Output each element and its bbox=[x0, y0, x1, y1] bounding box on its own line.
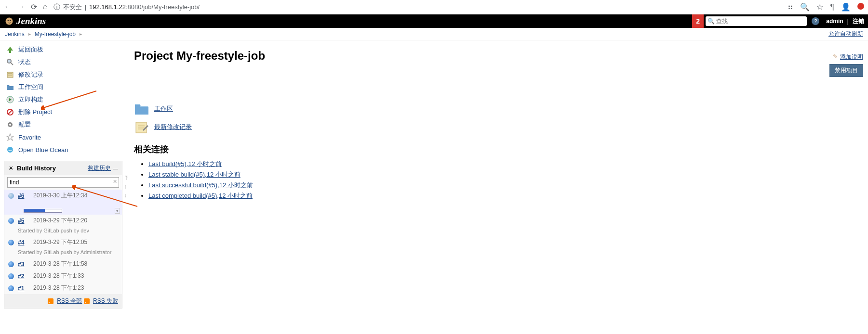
site-info-icon[interactable]: ⓘ bbox=[53, 3, 60, 12]
auto-refresh-link[interactable]: 允许自动刷新 bbox=[828, 30, 863, 37]
svg-point-1 bbox=[8, 20, 9, 21]
build-cause: Started by GitLab push by Administrator bbox=[4, 248, 122, 258]
breadcrumb-root[interactable]: Jenkins bbox=[5, 31, 25, 38]
build-progress-bar[interactable] bbox=[24, 209, 62, 213]
sidebar-item-favorite[interactable]: Favorite bbox=[4, 131, 125, 143]
permalink-last-stable[interactable]: Last stable build(#5),12 小时之前 bbox=[148, 171, 240, 178]
search-icon: 🔍 bbox=[708, 18, 715, 25]
pilcrow-icon[interactable]: ¶ bbox=[830, 3, 834, 12]
sidebar-item-build-now[interactable]: 立即构建 bbox=[4, 93, 125, 106]
sidebar: 返回面板 状态 修改记录 工作空间 立即构建 删除 Project 配置 Fa bbox=[0, 40, 125, 308]
star-icon[interactable]: ☆ bbox=[816, 2, 823, 12]
notification-badge[interactable]: 2 bbox=[692, 14, 704, 28]
workspace-link[interactable]: 工作区 bbox=[154, 104, 173, 113]
permalinks-list: Last build(#5),12 小时之前 Last stable build… bbox=[148, 159, 863, 201]
breadcrumb-job[interactable]: My-freestyle-job bbox=[35, 31, 76, 38]
changes-link[interactable]: 最新修改记录 bbox=[154, 123, 192, 131]
changes-link-row: 最新修改记录 bbox=[134, 119, 863, 135]
sidebar-item-back[interactable]: 返回面板 bbox=[4, 43, 125, 56]
clear-filter-icon[interactable]: ✕ bbox=[113, 179, 117, 185]
build-status-orb-success-icon bbox=[8, 273, 14, 279]
build-number-link[interactable]: #1 bbox=[18, 285, 29, 292]
build-date: 2019-3-28 下午1:33 bbox=[33, 272, 84, 280]
go-down-icon[interactable]: ↓ bbox=[124, 192, 129, 199]
jenkins-logo[interactable]: Jenkins bbox=[5, 16, 46, 26]
translate-icon[interactable]: ⠶ bbox=[788, 2, 793, 12]
svg-rect-16 bbox=[136, 122, 147, 133]
profile-icon[interactable]: 👤 bbox=[841, 2, 851, 12]
permalink-last-completed[interactable]: Last completed build(#5),12 小时之前 bbox=[148, 192, 253, 199]
jenkins-head-icon bbox=[5, 17, 13, 26]
svg-point-0 bbox=[6, 18, 13, 25]
search-input[interactable] bbox=[716, 18, 805, 25]
browser-reload-icon[interactable]: ⟳ bbox=[31, 2, 37, 12]
browser-back-icon[interactable]: ← bbox=[4, 2, 12, 12]
svg-line-10 bbox=[8, 110, 12, 114]
permalink-last-successful[interactable]: Last successful build(#5),12 小时之前 bbox=[148, 181, 253, 189]
rss-icon bbox=[48, 298, 53, 304]
build-row[interactable]: #5 2019-3-29 下午12:20 bbox=[4, 215, 122, 227]
build-row[interactable]: #6 2019-3-30 上午12:34 ▾ bbox=[4, 190, 122, 215]
build-history-widget: ☀ Build History 构建历史 — ✕ ⤒ ↑ ↓ #6 2019-3… bbox=[4, 161, 122, 308]
build-filter-input[interactable] bbox=[7, 177, 119, 188]
build-status-orb-success-icon bbox=[8, 285, 14, 291]
address-bar[interactable]: ⓘ 不安全 | 192.168.1.22:8080/job/My-freesty… bbox=[53, 3, 782, 12]
build-history-trend-link[interactable]: 构建历史 bbox=[88, 164, 111, 172]
build-date: 2019-3-30 上午12:34 bbox=[33, 192, 87, 200]
build-status-orb-success-icon bbox=[8, 218, 14, 224]
notepad-icon bbox=[6, 70, 14, 79]
browser-forward-icon[interactable]: → bbox=[17, 2, 25, 12]
go-top-icon[interactable]: ⤒ bbox=[124, 175, 129, 181]
workspace-link-row: 工作区 bbox=[134, 101, 863, 116]
permalinks-title: 相关连接 bbox=[134, 143, 863, 155]
build-status-orb-running-icon bbox=[8, 193, 14, 199]
build-history-footer: RSS 全部 RSS 失败 bbox=[4, 294, 122, 308]
magnifier-icon bbox=[6, 58, 14, 66]
build-filter: ✕ bbox=[7, 177, 119, 188]
build-date: 2019-3-29 下午12:05 bbox=[33, 238, 87, 246]
permalink-last-build[interactable]: Last build(#5),12 小时之前 bbox=[148, 160, 222, 167]
jenkins-header: Jenkins 2 🔍 ? admin | 注销 bbox=[0, 14, 868, 28]
collapse-icon[interactable]: — bbox=[113, 166, 118, 171]
chevron-right-icon: ▸ bbox=[80, 31, 82, 37]
browser-home-icon[interactable]: ⌂ bbox=[43, 2, 48, 12]
zoom-icon[interactable]: 🔍 bbox=[800, 2, 810, 12]
main-content: Project My-freestyle-job ✎ 添加说明 禁用项目 工作区… bbox=[125, 40, 868, 308]
build-number-link[interactable]: #3 bbox=[18, 261, 29, 268]
build-number-link[interactable]: #6 bbox=[18, 193, 29, 199]
build-nav-arrows: ⤒ ↑ ↓ bbox=[124, 175, 129, 199]
rss-icon bbox=[84, 298, 90, 304]
help-icon[interactable]: ? bbox=[812, 17, 819, 25]
build-date: 2019-3-28 下午11:58 bbox=[33, 260, 87, 268]
gear-icon bbox=[6, 120, 14, 129]
sidebar-item-workspace[interactable]: 工作空间 bbox=[4, 81, 125, 93]
star-outline-icon bbox=[6, 133, 14, 141]
build-row[interactable]: #1 2019-3-28 下午1:23 bbox=[4, 282, 122, 294]
build-number-link[interactable]: #4 bbox=[18, 239, 29, 246]
go-up-icon[interactable]: ↑ bbox=[124, 183, 129, 190]
build-date: 2019-3-28 下午1:23 bbox=[33, 284, 84, 292]
sidebar-item-blue-ocean[interactable]: Open Blue Ocean bbox=[4, 143, 125, 156]
rss-all-link[interactable]: RSS 全部 bbox=[57, 297, 82, 304]
sidebar-item-configure[interactable]: 配置 bbox=[4, 118, 125, 131]
user-link[interactable]: admin bbox=[822, 18, 847, 25]
chevron-down-icon[interactable]: ▾ bbox=[115, 208, 120, 214]
add-description-link[interactable]: 添加说明 bbox=[840, 53, 863, 60]
search-box[interactable]: 🔍 bbox=[706, 16, 807, 26]
build-row[interactable]: #3 2019-3-28 下午11:58 bbox=[4, 258, 122, 270]
close-icon[interactable] bbox=[857, 3, 864, 12]
edit-icon: ✎ bbox=[833, 53, 838, 60]
build-number-link[interactable]: #5 bbox=[18, 218, 29, 224]
build-number-link[interactable]: #2 bbox=[18, 273, 29, 280]
logout-link[interactable]: 注销 bbox=[849, 17, 868, 26]
up-arrow-icon bbox=[6, 45, 14, 54]
sidebar-item-delete[interactable]: 删除 Project bbox=[4, 106, 125, 118]
sidebar-item-changes[interactable]: 修改记录 bbox=[4, 68, 125, 81]
rss-fail-link[interactable]: RSS 失败 bbox=[93, 297, 118, 304]
build-row[interactable]: #4 2019-3-29 下午12:05 bbox=[4, 236, 122, 248]
build-row[interactable]: #2 2019-3-28 下午1:33 bbox=[4, 270, 122, 282]
disable-project-button[interactable]: 禁用项目 bbox=[829, 64, 863, 77]
sidebar-item-status[interactable]: 状态 bbox=[4, 56, 125, 68]
svg-point-12 bbox=[9, 124, 11, 126]
folder-large-icon bbox=[134, 101, 149, 116]
